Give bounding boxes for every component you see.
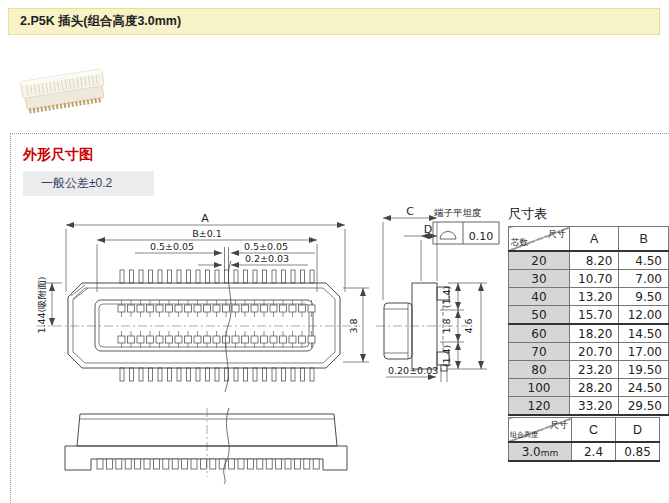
dim-a-cell: 10.70 [569,270,619,288]
table-row: 3010.707.00 [509,270,669,288]
side-view [376,283,468,371]
dim-h-top-label: (1.4) [441,286,452,309]
outline-drawing-svg: A B±0.1 0.5±0.05 0.5±0.05 0.2±0.03 1.44(… [10,195,510,495]
flatness-value: 0.10 [469,230,494,243]
connector-photo-svg [14,58,114,124]
pin-count-cell: 40 [509,288,570,306]
dim-b-cell: 7.00 [619,270,669,288]
dim-d-cell: 0.85 [616,442,660,461]
dim-a-cell: 20.70 [569,343,619,361]
dim-h-bot-label: (1.4) [441,345,452,368]
bottom-view [65,408,347,484]
table-row: 6018.2014.50 [509,324,669,343]
stack-height-table: 尺寸 组合高度 C D 3.0mm 2.4 0.85 [508,417,660,462]
table-row: 5015.7012.00 [509,306,669,325]
flatness-title: 端子平坦度 [434,207,482,218]
dim-a-cell: 28.20 [569,379,619,397]
dim-c-cell: 2.4 [572,442,616,461]
pin-count-cell: 70 [509,343,570,361]
dim-a-cell: 13.20 [569,288,619,306]
pin-count-cell: 100 [509,379,570,397]
diag-label-pins: 芯数 [511,237,528,249]
col-header-b: B [619,227,669,252]
page-title-bar: 2.P5K 插头(组合高度3.0mm) [8,8,660,35]
dim-a-cell: 15.70 [569,306,619,325]
dim-slot-height-label: 3.8 [348,318,359,333]
page-title: 2.P5K 插头(组合高度3.0mm) [20,14,181,28]
dim-b-cell: 24.50 [619,379,669,397]
dim-b-label: B±0.1 [192,228,222,239]
stack-height-cell: 3.0mm [509,442,572,461]
col-header-c: C [572,418,616,443]
table-row: 8023.2019.50 [509,361,669,379]
diag-label-size: 尺寸 [550,419,568,432]
dim-center-pin-label: 0.2±0.03 [245,253,289,264]
dim-c-label: C [406,205,414,218]
side-view-dimensions: C D 端子平坦度 0.10 (1.4) 1.8 (1.4) 4.6 0.20±… [383,205,499,382]
dim-b-cell: 14.50 [619,324,669,343]
diag-label-size: 尺寸 [548,228,566,241]
dim-b-cell: 12.00 [619,306,669,325]
diag-label-stack-height: 组合高度 [510,430,538,440]
dim-b-cell: 4.50 [619,251,669,270]
table-row: 4013.209.50 [509,288,669,306]
section-title: 外形尺寸图 [23,146,93,164]
pin-count-cell: 120 [509,397,570,416]
diagonal-header-cell: 尺寸 组合高度 [509,418,572,443]
dim-a-label: A [201,212,209,225]
table-row: 10028.2024.50 [509,379,669,397]
top-view [36,247,360,392]
col-header-d: D [616,418,660,443]
stack-height-unit: mm [541,448,559,458]
pin-count-cell: 30 [509,270,570,288]
size-table-title: 尺寸表 [508,205,547,223]
table-row: 3.0mm 2.4 0.85 [509,442,660,461]
top-view-dimensions: A B±0.1 0.5±0.05 0.5±0.05 0.2±0.03 1.44(… [36,212,369,362]
stack-height-value: 3.0 [522,445,541,459]
col-header-a: A [569,227,619,252]
dim-a-cell: 8.20 [569,251,619,270]
dim-a-cell: 18.20 [569,324,619,343]
dim-b-cell: 29.50 [619,397,669,416]
dim-h-total-label: 4.6 [463,318,474,333]
dim-pitch-left-label: 0.5±0.05 [150,241,194,252]
pin-count-cell: 80 [509,361,570,379]
table-row: 208.204.50 [509,251,669,270]
dim-d-label: D [424,223,432,236]
diagonal-header-cell: 尺寸 芯数 [509,227,570,252]
dim-h-mid-label: 1.8 [441,318,452,333]
dim-b-cell: 9.50 [619,288,669,306]
dim-a-cell: 33.20 [569,397,619,416]
height-table-header-row: 尺寸 组合高度 C D [509,418,660,443]
table-row: 7020.7017.00 [509,343,669,361]
pin-count-cell: 60 [509,324,570,343]
pin-count-cell: 20 [509,251,570,270]
general-tolerance-badge: 一般公差±0.2 [23,171,154,196]
product-photo [14,58,114,124]
table-row: 12033.2029.50 [509,397,669,416]
dim-b-cell: 17.00 [619,343,669,361]
pin-count-cell: 50 [509,306,570,325]
flatness-symbol-icon [440,232,456,239]
dim-b-cell: 19.50 [619,361,669,379]
size-table: 尺寸 芯数 A B 208.204.50 3010.707.00 4013.20… [508,226,669,416]
dim-a-cell: 23.20 [569,361,619,379]
dim-pitch-right-label: 0.5±0.05 [244,241,288,252]
dim-pickup-label: 1.44(吸附面) [36,276,47,333]
dim-lead-label: 0.20±0.03 [388,365,438,376]
size-table-header-row: 尺寸 芯数 A B [509,227,669,252]
